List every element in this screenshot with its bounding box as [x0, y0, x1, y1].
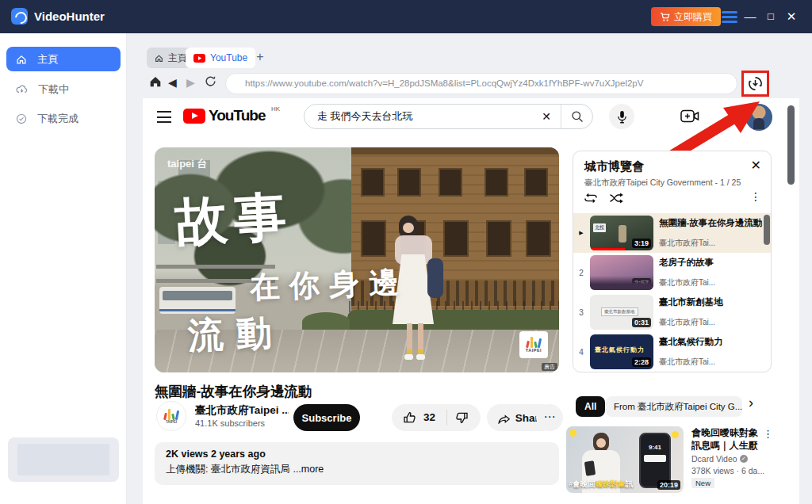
window-close-button[interactable]: ✕	[782, 0, 801, 33]
playlist-subtitle: 臺北市政府Taipei City Government - 1 / 25	[584, 178, 741, 189]
filter-chip-all[interactable]: All	[576, 396, 605, 417]
search-clear-icon[interactable]: ✕	[534, 105, 558, 128]
create-video-button[interactable]	[680, 109, 699, 123]
yt-menu-icon[interactable]	[157, 111, 171, 127]
suggested-video-thumbnail[interactable]: 9:41 #會晚回曖昧對象訊 20:19	[566, 426, 684, 493]
duration-badge: 0:31	[632, 318, 651, 327]
playlist-item-channel: 臺北市政府Tai...	[659, 238, 715, 249]
playlist-close-icon[interactable]: ✕	[751, 158, 761, 173]
playlist-item-channel: 臺北市政府Tai...	[659, 357, 715, 368]
subscribe-button[interactable]: Subscribe	[293, 404, 360, 431]
url-bar[interactable]: https://www.youtube.com/watch?v=H_28pdJS…	[225, 73, 737, 94]
download-detect-icon	[747, 75, 764, 92]
home-icon	[16, 54, 27, 65]
playlist-item-title: 無圍牆-故事在你身邊流動	[659, 217, 764, 229]
nav-forward-button[interactable]: ▶	[186, 76, 195, 89]
suggested-channel[interactable]: Dcard Video ✓	[691, 454, 748, 464]
nav-back-button[interactable]: ◀	[168, 76, 177, 89]
playlist-item-channel: 臺北市政府Tai...	[659, 277, 715, 288]
thumbnail-caption: #會晚回曖昧對象訊	[569, 479, 633, 490]
loop-icon[interactable]	[583, 192, 599, 204]
buy-now-button[interactable]: 立即購買	[651, 7, 721, 26]
chips-next-icon[interactable]: ›	[749, 395, 753, 411]
app-title: VideoHunter	[34, 0, 105, 33]
voice-search-button[interactable]	[609, 104, 634, 129]
new-badge: New	[691, 478, 714, 488]
sidebar-item-label: 主頁	[37, 52, 58, 67]
nav-home-button[interactable]	[149, 75, 162, 87]
person	[399, 216, 418, 238]
playlist-menu-icon[interactable]: ⋮	[750, 190, 761, 203]
app-window: VideoHunter 立即購買 — □ ✕ 主頁 下載中	[0, 0, 812, 504]
video-overlay-text-3: 流動	[187, 309, 285, 360]
playlist-item[interactable]: 2 2:57 老房子的故事 臺北市政府Tai...	[573, 253, 772, 292]
playlist-item-channel: 臺北市政府Tai...	[659, 317, 715, 328]
youtube-wordmark[interactable]: YouTube	[209, 107, 265, 124]
duration-badge: 3:19	[632, 239, 651, 248]
check-circle-icon	[16, 113, 27, 124]
create-video-icon	[680, 109, 699, 123]
description-box[interactable]: 2K views 2 years ago 上傳機關: 臺北市政府資訊局 ...m…	[155, 442, 559, 485]
cart-icon	[660, 12, 670, 22]
window-maximize-button[interactable]: □	[761, 0, 780, 33]
app-logo-icon	[11, 8, 28, 25]
tab-youtube[interactable]: YouTube	[186, 48, 255, 68]
search-icon	[571, 110, 584, 124]
like-dislike-group: 32	[392, 404, 481, 431]
home-icon	[155, 54, 163, 63]
more-actions-button[interactable]: ⋯	[536, 404, 563, 431]
hedge	[347, 310, 559, 332]
page-scrollbar[interactable]	[787, 105, 795, 185]
playlist-item[interactable]: 3 臺北市新創基地 0:31 臺北市新創基地 臺北市政府Tai...	[573, 292, 772, 332]
sidebar-ad-placeholder	[8, 437, 119, 482]
suggested-meta: 378K views · 6 da...	[691, 466, 764, 475]
youtube-region-label: HK	[271, 105, 280, 113]
now-playing-icon: ▶	[573, 213, 589, 253]
sidebar-item-label: 下載完成	[37, 112, 79, 126]
youtube-logo-icon[interactable]	[183, 109, 205, 124]
like-count: 32	[423, 404, 435, 431]
sidebar-item-downloading[interactable]: 下載中	[6, 77, 121, 101]
detect-download-button[interactable]	[741, 71, 769, 97]
nav-refresh-button[interactable]	[204, 74, 217, 88]
yt-search-bar[interactable]: 走 我們今天去台北玩 ✕	[304, 104, 593, 129]
playlist-item[interactable]: 4 臺北氣候行動力 2:28 臺北氣候行動力 臺北市政府Tai...	[573, 332, 772, 372]
playlist-panel: 城市博覽會 ✕ 臺北市政府Taipei City Government - 1 …	[573, 151, 772, 372]
suggested-video-title[interactable]: 會晚回曖昧對象訊息嗎｜人生厭世...	[691, 427, 764, 452]
view-count-line: 2K views 2 years ago	[166, 449, 548, 460]
channel-avatar[interactable]: TAIPEI	[156, 401, 186, 431]
new-tab-button[interactable]: +	[252, 47, 268, 67]
playlist-thumbnail: 北投 3:19	[590, 216, 653, 250]
playlist-thumbnail: 2:57	[590, 255, 653, 290]
thumbs-down-icon[interactable]	[455, 410, 469, 425]
playlist-item[interactable]: ▶ 北投 3:19 無圍牆-故事在你身邊流動 臺北市政府Tai...	[573, 213, 772, 253]
playlist-title: 城市博覽會	[584, 159, 644, 174]
taipei-watermark: taipei 台	[167, 157, 208, 171]
search-input[interactable]: 走 我們今天去台北玩	[317, 105, 413, 128]
subscriber-count: 41.1K subscribers	[195, 418, 265, 428]
app-menu-icon[interactable]	[722, 11, 737, 25]
search-button[interactable]	[561, 105, 593, 128]
filter-chip-from-channel[interactable]: From 臺北市政府Taipei City G...	[606, 396, 742, 417]
thumbs-up-icon[interactable]	[402, 410, 416, 425]
sidebar-item-home[interactable]: 主頁	[6, 47, 121, 71]
sidebar-item-completed[interactable]: 下載完成	[6, 106, 121, 131]
description-line[interactable]: 上傳機關: 臺北市政府資訊局 ...more	[166, 463, 548, 476]
channel-name[interactable]: 臺北市政府Taipei ...	[195, 403, 289, 418]
playlist-item-title: 臺北市新創基地	[659, 296, 764, 308]
sidebar-item-label: 下載中	[38, 82, 69, 97]
tab-label: 主頁	[168, 52, 187, 65]
shuffle-icon[interactable]	[608, 192, 624, 204]
playlist-thumbnail: 臺北市新創基地 0:31	[590, 295, 653, 330]
playlist-item-title: 老房子的故事	[659, 257, 764, 269]
tab-label: YouTube	[210, 52, 247, 63]
buy-now-label: 立即購買	[674, 10, 712, 24]
video-player[interactable]: 故事 在你身邊 流動 taipei 台 TAIPEI 廣告	[155, 147, 559, 372]
url-text: https://www.youtube.com/watch?v=H_28pdJS…	[226, 74, 737, 94]
window-minimize-button[interactable]: —	[741, 0, 760, 33]
playlist-scrollbar[interactable]	[764, 215, 770, 245]
account-avatar[interactable]	[745, 104, 772, 131]
suggested-menu-icon[interactable]: ⋮	[763, 428, 773, 440]
duration-badge: 2:28	[632, 357, 651, 367]
taipei-logo-badge: TAIPEI	[519, 331, 548, 358]
